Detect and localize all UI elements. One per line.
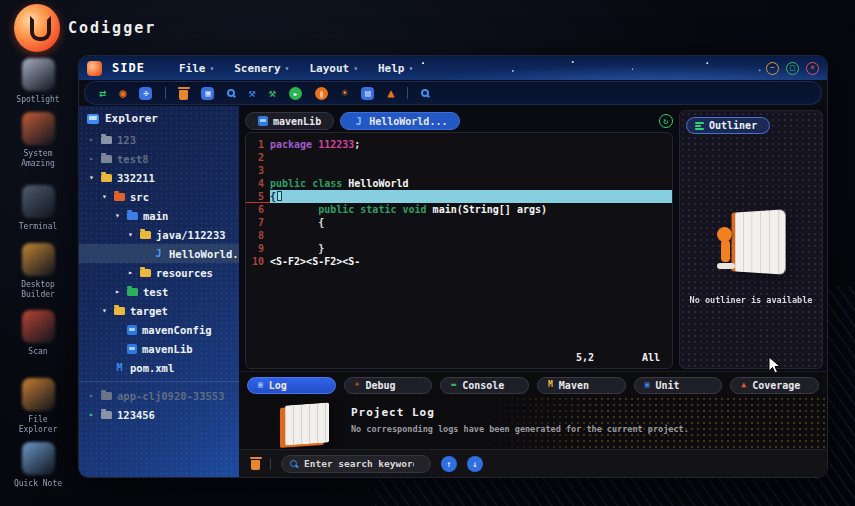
tree-expand-arrow-icon[interactable]: ▸ <box>126 268 135 277</box>
titlebar[interactable]: SIDE File▾Scenery▾Layout▾Help▾ −□× <box>79 56 827 80</box>
code-line-5[interactable]: 5{ <box>246 190 672 203</box>
tree-item-test8[interactable]: ▸test8 <box>79 149 239 168</box>
outliner-tab[interactable]: Outliner <box>686 117 770 134</box>
run-icon[interactable]: ▶ <box>289 87 302 100</box>
tree-item-src[interactable]: ▾src <box>79 187 239 206</box>
tree-item-label: mavenConfig <box>142 324 212 336</box>
menu-layout[interactable]: Layout▾ <box>301 60 366 77</box>
code-line-1[interactable]: 1package 112233; <box>246 138 672 151</box>
tree-item-helloworld-java[interactable]: JHelloWorld.java <box>79 244 239 263</box>
code-line-10[interactable]: 10<S-F2><S-F2><S- <box>246 255 672 268</box>
code-editor[interactable]: 1package 112233;234public class HelloWor… <box>245 132 673 369</box>
bottom-tab-label: Unit <box>656 380 680 391</box>
tree-expand-arrow-icon[interactable]: ▸ <box>87 391 96 400</box>
bottom-tab-log[interactable]: ▣Log <box>247 377 336 394</box>
menu-file[interactable]: File▾ <box>171 60 222 77</box>
sidebar-divider <box>79 381 239 382</box>
tree-expand-arrow-icon[interactable]: ▸ <box>87 135 96 144</box>
chart-icon[interactable]: ▲ <box>387 87 394 99</box>
close-button[interactable]: × <box>806 62 819 75</box>
side-app-icon <box>87 61 102 76</box>
tree-collapse-arrow-icon[interactable]: ▾ <box>100 192 109 201</box>
line-number: 4 <box>246 177 270 190</box>
desktop-icon-quick-note[interactable]: Quick Note <box>0 442 76 489</box>
tree-expand-arrow-icon[interactable]: ▸ <box>87 410 96 419</box>
desktop-icon-desktop-builder[interactable]: Desktop Builder <box>0 243 76 300</box>
menu-scenery[interactable]: Scenery▾ <box>226 60 297 77</box>
bottom-tab-coverage[interactable]: ▲Coverage <box>730 377 819 394</box>
search-input[interactable] <box>304 458 414 469</box>
bottom-tab-console[interactable]: ▬Console <box>440 377 529 394</box>
code-line-2[interactable]: 2 <box>246 151 672 164</box>
code-token: HelloWorld <box>348 178 408 189</box>
bottom-tab-unit[interactable]: ▣Unit <box>634 377 723 394</box>
desktop-icon-spotlight[interactable]: Spotlight <box>0 58 76 105</box>
search-icon[interactable] <box>227 89 235 97</box>
tree-expand-arrow-icon[interactable]: ▸ <box>87 154 96 163</box>
tree-collapse-arrow-icon[interactable]: ▾ <box>126 230 135 239</box>
bottom-tab-maven[interactable]: MMaven <box>537 377 626 394</box>
editor-refresh-icon[interactable]: ↻ <box>659 114 673 128</box>
tree-item-mavenconfig[interactable]: mavenConfig <box>79 320 239 339</box>
tree-item-main[interactable]: ▾main <box>79 206 239 225</box>
codigger-logo-icon <box>14 4 60 52</box>
code-line-text: { <box>270 190 672 203</box>
tree-item-java-112233[interactable]: ▾java/112233 <box>79 225 239 244</box>
bottom-tab-debug[interactable]: ☀Debug <box>344 377 433 394</box>
code-line-9[interactable]: 9 } <box>246 242 672 255</box>
minimize-button[interactable]: − <box>766 62 779 75</box>
fan-icon[interactable]: ✣ <box>139 87 152 100</box>
save-icon[interactable]: ▣ <box>201 87 214 100</box>
tree-item-resources[interactable]: ▸resources <box>79 263 239 282</box>
tree-item-label: src <box>130 191 149 203</box>
record-icon[interactable]: ◉ <box>119 87 126 99</box>
tree-expand-arrow-icon[interactable]: ▸ <box>113 287 122 296</box>
search-field-pill[interactable] <box>281 455 431 473</box>
trash-icon[interactable] <box>179 90 188 100</box>
tree-item-target[interactable]: ▾target <box>79 301 239 320</box>
bottom-tab-label: Coverage <box>752 380 800 391</box>
desktop-icon-terminal[interactable]: Terminal <box>0 185 76 232</box>
tree-collapse-arrow-icon[interactable]: ▾ <box>87 173 96 182</box>
tree-item-123[interactable]: ▸123 <box>79 130 239 149</box>
restore-button[interactable]: □ <box>786 62 799 75</box>
desktop-icon-scan[interactable]: Scan <box>0 310 76 357</box>
folder-icon <box>101 392 112 400</box>
search-next-button[interactable]: ↓ <box>467 456 483 472</box>
explorer-header[interactable]: Explorer <box>79 106 239 130</box>
code-line-7[interactable]: 7 { <box>246 216 672 229</box>
tree-item-123456[interactable]: ▸123456 <box>79 405 239 424</box>
desktop-icon-strip: SpotlightSystem AmazingTerminalDesktop B… <box>0 0 76 506</box>
code-line-3[interactable]: 3 <box>246 164 672 177</box>
tree-item-332211[interactable]: ▾332211 <box>79 168 239 187</box>
desktop-icon-system-amazing[interactable]: System Amazing <box>0 112 76 169</box>
editor-tab-mavenlib[interactable]: mavenLib <box>245 112 334 130</box>
hammer-icon[interactable]: ⚒ <box>269 87 276 99</box>
desktop-icon-file-explorer[interactable]: File Explorer <box>0 378 76 435</box>
wrench-icon[interactable]: ⚒ <box>248 87 255 99</box>
code-line-4[interactable]: 4public class HelloWorld <box>246 177 672 190</box>
sync-icon[interactable]: ⇄ <box>99 87 106 99</box>
tree-item-pom-xml[interactable]: Mpom.xml <box>79 358 239 377</box>
memory-icon[interactable]: ▤ <box>361 87 374 100</box>
clear-log-button[interactable] <box>251 460 260 470</box>
tree-item-mavenlib[interactable]: mavenLib <box>79 339 239 358</box>
search-prev-button[interactable]: ↑ <box>441 456 457 472</box>
menu-label: Help <box>378 62 405 75</box>
tree-item-test[interactable]: ▸test <box>79 282 239 301</box>
code-token: static <box>360 204 396 215</box>
quick-search-icon[interactable] <box>421 89 429 97</box>
folder-icon <box>114 307 125 315</box>
tree-collapse-arrow-icon[interactable]: ▾ <box>113 211 122 220</box>
outliner-title: Outliner <box>709 120 757 131</box>
tree-item-app-clj0920-33553[interactable]: ▸app-clj0920-33553 <box>79 386 239 405</box>
outliner-panel: Outliner No outliner is available <box>679 110 823 369</box>
menu-help[interactable]: Help▾ <box>370 60 421 77</box>
pause-icon[interactable]: ‖ <box>315 87 328 100</box>
bug-icon[interactable]: ☀ <box>341 87 348 99</box>
code-line-8[interactable]: 8 <box>246 229 672 242</box>
code-line-6[interactable]: 6 public static void main(String[] args) <box>246 203 672 216</box>
log-tab-icon: ▣ <box>258 381 263 389</box>
editor-tab-helloworld-[interactable]: JHelloWorld... <box>340 112 460 130</box>
tree-collapse-arrow-icon[interactable]: ▾ <box>100 306 109 315</box>
